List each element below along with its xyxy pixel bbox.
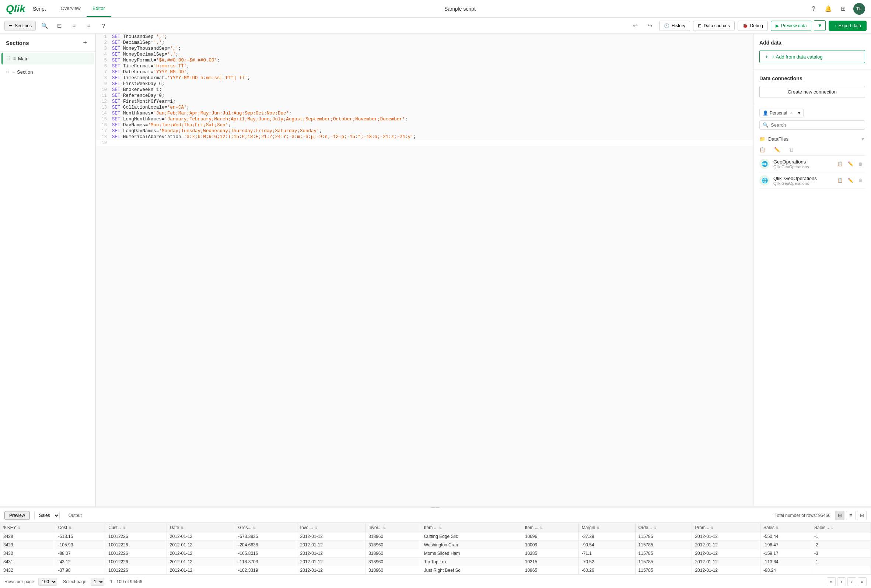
personal-filter[interactable]: 👤 Personal × ▾ [759, 109, 804, 118]
bell-icon[interactable]: 🔔 [824, 4, 833, 13]
sections-button[interactable]: ☰ Sections [4, 21, 36, 31]
col-header[interactable]: Cust... ⇅ [105, 523, 167, 533]
nav-tabs: Overview Editor [55, 0, 111, 17]
redo-btn[interactable]: ↪ [644, 20, 656, 32]
table-cell: 2012-01-12 [297, 549, 365, 558]
next-page-btn[interactable]: › [847, 577, 856, 586]
col-header[interactable]: Sales ⇅ [760, 523, 811, 533]
first-page-btn[interactable]: « [827, 577, 836, 586]
rows-per-page-select[interactable]: 100 [38, 578, 57, 586]
add-data-section: Add data ＋ + Add from data catalog [753, 34, 871, 70]
table-cell: 318960 [365, 558, 421, 566]
connection-action-btn-2a[interactable]: 📋 [836, 176, 844, 185]
chevron-down-icon[interactable]: ▾ [798, 110, 800, 116]
folder-actions-icon1[interactable]: 📋 [759, 147, 765, 152]
sidebar-header: Sections + [0, 34, 96, 52]
search-icon-btn[interactable]: 🔍 [39, 20, 51, 32]
indent-btn[interactable]: ≡ [68, 20, 80, 32]
code-line-11: SET ReferenceDay=0; [111, 93, 753, 98]
code-line-17: SET LongDayNames='Monday;Tuesday;Wednesd… [111, 128, 753, 134]
col-header[interactable]: Sales... ⇅ [811, 523, 871, 533]
tab-overview[interactable]: Overview [55, 0, 87, 17]
add-catalog-btn[interactable]: ＋ + Add from data catalog [759, 50, 865, 63]
connection-action-btn-2b[interactable]: ✏️ [846, 176, 855, 185]
code-editor[interactable]: 1SET ThousandSep=',';2SET DecimalSep='.'… [96, 34, 753, 506]
line-number-16: 16 [96, 122, 111, 128]
export-data-btn[interactable]: ↑ Export data [829, 21, 867, 31]
undo-btn[interactable]: ↩ [630, 20, 642, 32]
connection-action-btn-1c[interactable]: 🗑 [856, 160, 865, 168]
filter-row: 👤 Personal × ▾ [759, 109, 865, 118]
history-btn[interactable]: 🕐 History [659, 21, 690, 31]
col-header[interactable]: Gros... ⇅ [235, 523, 297, 533]
code-line-19 [111, 140, 753, 146]
folder-actions-icon2[interactable]: ✏️ [774, 147, 780, 152]
code-icon-btn[interactable]: ⊟ [54, 20, 65, 32]
table-cell: 2012-01-12 [166, 558, 235, 566]
connection-search-input[interactable] [771, 122, 862, 128]
debug-btn[interactable]: 🐞 Debug [738, 21, 768, 31]
connection-action-btn-1b[interactable]: ✏️ [846, 160, 855, 168]
col-header[interactable]: Item ... ⇅ [421, 523, 522, 533]
grid-view-btn[interactable]: ⊞ [835, 511, 844, 520]
tab-editor[interactable]: Editor [87, 0, 111, 17]
data-table-wrap[interactable]: %KEY ⇅Cost ⇅Cust... ⇅Date ⇅Gros... ⇅Invo… [0, 523, 871, 575]
table-cell: 10012226 [105, 541, 167, 549]
toolbar-right: ↩ ↪ 🕐 History ⊡ Data sources 🐞 Debug ▶ P… [630, 20, 867, 32]
table-footer: Rows per page: 100 Select page: 1 1 - 10… [0, 575, 871, 588]
table-cell: -196.47 [760, 541, 811, 549]
connection-action-btn-2c[interactable]: 🗑 [856, 176, 865, 185]
folder-actions-icon3[interactable]: 🗑 [789, 147, 794, 152]
datafiles-folder[interactable]: 📁 DataFiles ▼ [759, 134, 865, 144]
column-view-btn[interactable]: ⊟ [857, 511, 867, 520]
table-cell: 3432 [0, 566, 55, 575]
add-section-btn[interactable]: + [81, 38, 90, 47]
outdent-btn[interactable]: ≡ [83, 20, 95, 32]
table-cell: -105.93 [55, 541, 105, 549]
last-page-btn[interactable]: » [858, 577, 867, 586]
col-header[interactable]: Orde... ⇅ [635, 523, 692, 533]
table-header: %KEY ⇅Cost ⇅Cust... ⇅Date ⇅Gros... ⇅Invo… [0, 523, 871, 533]
table-cell: -118.3703 [235, 558, 297, 566]
table-select[interactable]: Sales [34, 511, 60, 520]
col-header[interactable]: Margin ⇅ [578, 523, 635, 533]
help-icon-btn[interactable]: ? [98, 20, 109, 32]
code-line-12: SET FirstMonthOfYear=1; [111, 98, 753, 104]
connection-globe-icon-1: 🌐 [759, 159, 770, 169]
table-cell: 2012-01-12 [692, 541, 760, 549]
line-number-12: 12 [96, 98, 111, 104]
col-header[interactable]: Prom... ⇅ [692, 523, 760, 533]
list-view-btn[interactable]: ≡ [846, 511, 856, 520]
table-cell [811, 566, 871, 575]
table-cell: 115785 [635, 533, 692, 541]
page-select[interactable]: 1 [91, 578, 104, 586]
close-filter-icon[interactable]: × [790, 110, 793, 116]
preview-toolbar: Preview Sales Output Total number of row… [0, 508, 871, 523]
grid-icon[interactable]: ⊞ [838, 4, 847, 13]
code-line-13: SET CollationLocale='en-CA'; [111, 104, 753, 110]
create-connection-btn[interactable]: Create new connection [759, 86, 865, 98]
export-icon: ↑ [834, 23, 837, 28]
line-number-15: 15 [96, 116, 111, 122]
table-cell: 10012226 [105, 549, 167, 558]
search-icon: 🔍 [763, 122, 769, 128]
col-header[interactable]: Item ... ⇅ [522, 523, 578, 533]
preview-data-btn[interactable]: ▶ Preview data [771, 21, 811, 31]
avatar[interactable]: TL [853, 3, 865, 15]
connection-action-btn-1a[interactable]: 📋 [836, 160, 844, 168]
data-sources-btn[interactable]: ⊡ Data sources [693, 21, 735, 31]
col-header[interactable]: Date ⇅ [166, 523, 235, 533]
output-btn[interactable]: Output [64, 512, 86, 519]
col-header[interactable]: Invoi... ⇅ [297, 523, 365, 533]
col-header[interactable]: %KEY ⇅ [0, 523, 55, 533]
prev-page-btn[interactable]: ‹ [837, 577, 846, 586]
table-row: 3431-43.12100122262012-01-12-118.3703201… [0, 558, 871, 566]
col-header[interactable]: Invoi... ⇅ [365, 523, 421, 533]
preview-data-dropdown[interactable]: ▼ [814, 20, 825, 31]
sidebar-item-main[interactable]: ⠿ ≡ Main 🗑 [1, 53, 94, 64]
sidebar-item-section[interactable]: ⠿ ≡ Section 🗑 [1, 66, 94, 78]
help-icon[interactable]: ? [809, 4, 818, 13]
col-header[interactable]: Cost ⇅ [55, 523, 105, 533]
section-icon-section: ≡ [12, 69, 15, 75]
preview-btn[interactable]: Preview [4, 511, 30, 520]
